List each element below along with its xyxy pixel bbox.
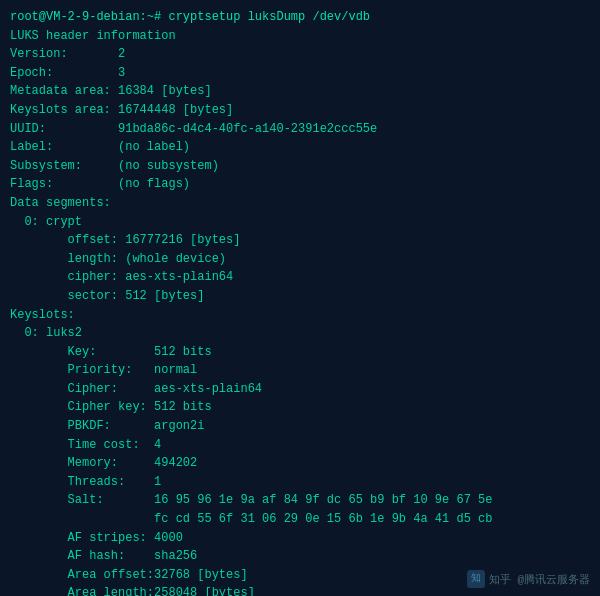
terminal-line: sector: 512 [bytes] — [10, 287, 590, 306]
terminal-line: Priority: normal — [10, 361, 590, 380]
terminal-line: UUID: 91bda86c-d4c4-40fc-a140-2391e2ccc5… — [10, 120, 590, 139]
terminal-line: Flags: (no flags) — [10, 175, 590, 194]
terminal-line: Time cost: 4 — [10, 436, 590, 455]
terminal-line: Salt: 16 95 96 1e 9a af 84 9f dc 65 b9 b… — [10, 491, 590, 510]
terminal-line: root@VM-2-9-debian:~# cryptsetup luksDum… — [10, 8, 590, 27]
terminal-line: cipher: aes-xts-plain64 — [10, 268, 590, 287]
terminal-line: PBKDF: argon2i — [10, 417, 590, 436]
terminal-line: Epoch: 3 — [10, 64, 590, 83]
terminal-line: Threads: 1 — [10, 473, 590, 492]
terminal-line: 0: crypt — [10, 213, 590, 232]
terminal-window: root@VM-2-9-debian:~# cryptsetup luksDum… — [0, 0, 600, 596]
terminal-line: fc cd 55 6f 31 06 29 0e 15 6b 1e 9b 4a 4… — [10, 510, 590, 529]
terminal-line: Memory: 494202 — [10, 454, 590, 473]
terminal-line: 0: luks2 — [10, 324, 590, 343]
terminal-line: LUKS header information — [10, 27, 590, 46]
terminal-output: root@VM-2-9-debian:~# cryptsetup luksDum… — [10, 8, 590, 596]
watermark-icon: 知 — [467, 570, 485, 588]
terminal-line: AF stripes: 4000 — [10, 529, 590, 548]
terminal-line: Metadata area: 16384 [bytes] — [10, 82, 590, 101]
terminal-line: Keyslots area: 16744448 [bytes] — [10, 101, 590, 120]
terminal-line: Version: 2 — [10, 45, 590, 64]
terminal-line: Keyslots: — [10, 306, 590, 325]
terminal-line: Key: 512 bits — [10, 343, 590, 362]
terminal-line: offset: 16777216 [bytes] — [10, 231, 590, 250]
terminal-line: Label: (no label) — [10, 138, 590, 157]
terminal-line: Subsystem: (no subsystem) — [10, 157, 590, 176]
terminal-line: Cipher: aes-xts-plain64 — [10, 380, 590, 399]
terminal-line: Cipher key: 512 bits — [10, 398, 590, 417]
terminal-line: Data segments: — [10, 194, 590, 213]
terminal-line: length: (whole device) — [10, 250, 590, 269]
watermark-text: 知乎 @腾讯云服务器 — [489, 572, 590, 587]
watermark: 知 知乎 @腾讯云服务器 — [467, 570, 590, 588]
terminal-line: AF hash: sha256 — [10, 547, 590, 566]
